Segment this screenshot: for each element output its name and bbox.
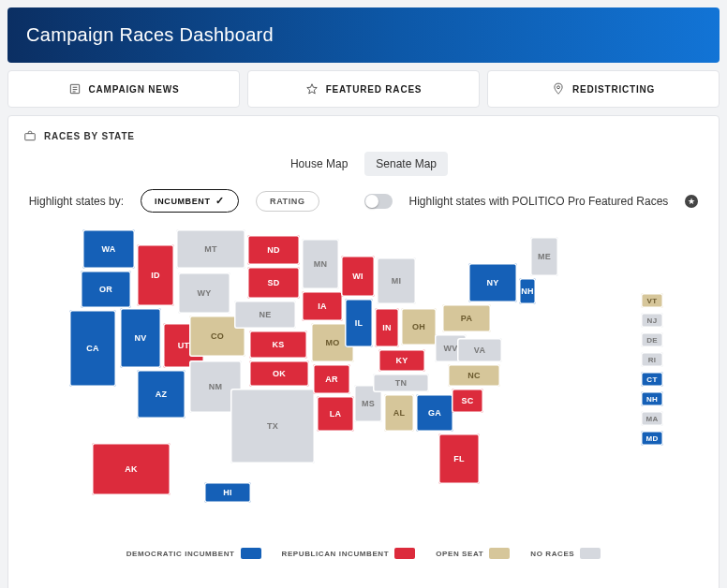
legend-dem: DEMOCRATIC INCUMBENT [126,548,261,559]
state-az[interactable]: AZ [137,370,185,419]
panel-title-text: RACES BY STATE [44,131,135,141]
state-mn[interactable]: MN [302,239,339,289]
svg-point-5 [556,86,559,89]
state-mini-ct[interactable]: CT [641,372,663,387]
tab-featured-races[interactable]: FEATURED RACES [247,70,480,108]
state-nc[interactable]: NC [448,364,500,387]
state-ne[interactable]: NE [234,301,296,329]
state-wy[interactable]: WY [178,272,230,314]
featured-toggle[interactable] [364,194,393,209]
state-mt[interactable]: MT [176,229,245,269]
state-nv[interactable]: NV [120,308,161,368]
state-id[interactable]: ID [137,244,174,306]
featured-toggle-label: Highlight states with POLITICO Pro Featu… [409,195,669,208]
state-tn[interactable]: TN [373,374,429,392]
state-ar[interactable]: AR [313,364,350,394]
news-icon [68,82,82,96]
check-icon: ✓ [215,195,225,207]
state-ca[interactable]: CA [69,310,116,387]
state-mini-nh[interactable]: NH [641,391,663,406]
map-pin-icon [552,82,565,96]
map-controls: Highlight states by: INCUMBENT ✓ RATING … [23,189,704,213]
legend-label: OPEN SEAT [436,550,483,558]
svg-rect-6 [25,134,36,140]
legend-label: REPUBLICAN INCUMBENT [282,550,390,558]
state-or[interactable]: OR [81,271,131,308]
legend-rep: REPUBLICAN INCUMBENT [282,548,416,559]
state-ia[interactable]: IA [302,291,343,321]
map-tab-house[interactable]: House Map [279,152,359,176]
tab-label: FEATURED RACES [326,84,423,95]
state-nd[interactable]: ND [247,235,300,265]
legend-label: DEMOCRATIC INCUMBENT [126,550,235,558]
legend-open: OPEN SEAT [436,548,510,559]
state-ak[interactable]: AK [92,443,171,495]
tab-label: CAMPAIGN NEWS [89,84,180,95]
state-mi[interactable]: MI [377,257,416,304]
state-il[interactable]: IL [345,299,373,347]
state-mini-md[interactable]: MD [641,431,663,446]
state-tx[interactable]: TX [230,389,315,463]
state-mini-ma[interactable]: MA [641,411,663,426]
map-tab-label: House Map [290,157,348,170]
state-mini-de[interactable]: DE [641,332,663,347]
tab-label: REDISTRICTING [572,84,655,95]
state-wi[interactable]: WI [341,256,375,297]
map-legend: DEMOCRATIC INCUMBENT REPUBLICAN INCUMBEN… [23,548,704,559]
highlight-by-label: Highlight states by: [29,195,124,208]
state-pa[interactable]: PA [442,304,491,332]
state-mini-ri[interactable]: RI [641,352,663,367]
state-al[interactable]: AL [384,394,414,432]
state-in[interactable]: IN [375,308,399,347]
map-tab-label: Senate Map [376,157,437,170]
state-ga[interactable]: GA [416,394,453,432]
highlight-rating-pill[interactable]: RATING [256,191,319,212]
state-me[interactable]: ME [530,237,558,276]
tab-redistricting[interactable]: REDISTRICTING [487,70,720,108]
state-sd[interactable]: SD [247,267,300,299]
nav-tabs: CAMPAIGN NEWS FEATURED RACES REDISTRICTI… [7,70,720,108]
highlight-incumbent-pill[interactable]: INCUMBENT ✓ [141,189,239,213]
state-hi[interactable]: HI [204,482,251,503]
briefcase-icon [23,129,37,142]
state-fl[interactable]: FL [438,434,480,484]
state-oh[interactable]: OH [401,308,437,345]
legend-none: NO RACES [530,548,601,559]
panel-heading: RACES BY STATE [23,129,704,142]
pill-label: INCUMBENT [155,197,210,206]
legend-swatch [489,548,510,559]
state-wa[interactable]: WA [82,229,135,269]
legend-swatch [580,548,601,559]
races-panel: RACES BY STATE House Map Senate Map High… [7,115,720,588]
star-badge-icon: ★ [685,195,698,208]
map-tab-senate[interactable]: Senate Map [364,152,448,176]
state-va[interactable]: VA [457,338,502,362]
state-la[interactable]: LA [317,396,354,432]
state-nh[interactable]: NH [519,278,536,304]
state-ks[interactable]: KS [249,331,307,359]
tab-campaign-news[interactable]: CAMPAIGN NEWS [7,70,240,108]
svg-marker-4 [306,84,317,94]
star-icon [305,82,319,96]
pill-label: RATING [270,197,304,206]
state-ny[interactable]: NY [468,263,517,302]
us-map: VTNJDERICTNHMAMD WAORCAIDNVAZUTMTWYCONMN… [64,222,663,540]
state-ky[interactable]: KY [378,349,425,372]
page-title: Campaign Races Dashboard [7,7,720,63]
page-title-text: Campaign Races Dashboard [26,24,274,45]
map-type-tabs: House Map Senate Map [23,152,704,176]
legend-label: NO RACES [530,550,574,558]
state-sc[interactable]: SC [452,389,483,413]
state-mini-nj[interactable]: NJ [641,313,663,328]
legend-swatch [394,548,415,559]
small-state-column: VTNJDERICTNHMAMD [641,293,663,446]
state-mini-vt[interactable]: VT [641,293,663,308]
legend-swatch [241,548,261,559]
state-ok[interactable]: OK [249,360,309,387]
